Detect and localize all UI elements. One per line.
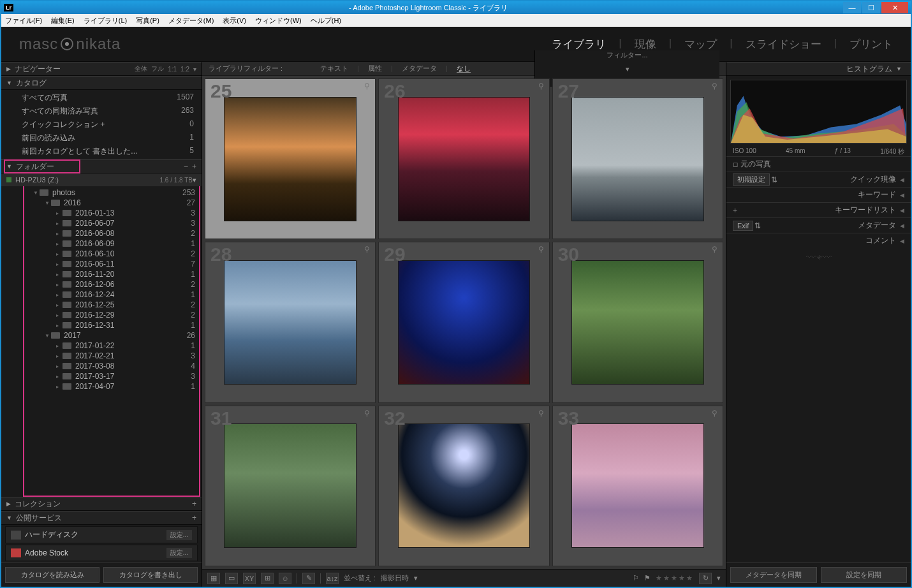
menu-item[interactable]: メタデータ(M) [168,16,214,26]
nav-fit[interactable]: 全体 [135,64,147,73]
close-button[interactable]: ✕ [881,2,908,13]
comment-header[interactable]: コメント ◀ [726,233,911,248]
thumbnail-cell[interactable]: 26⚲ [378,78,549,239]
thumbnail-cell[interactable]: 27⚲ [552,78,723,239]
folder-row[interactable]: ▸2016-12-241 [1,290,202,300]
histogram-header[interactable]: ヒストグラム ▼ [726,62,911,76]
folder-row[interactable]: ▸2016-12-292 [1,310,202,320]
folder-row[interactable]: ▸2016-11-201 [1,269,202,279]
survey-view-button[interactable]: ⊞ [261,573,274,584]
people-view-button[interactable]: ☺ [279,573,291,584]
chevron-down-icon[interactable]: ▾ [414,574,418,582]
rotate-button[interactable]: ↻ [699,573,712,584]
folder-row[interactable]: ▼201627 [1,198,202,208]
plus-button[interactable]: + [192,499,196,508]
catalog-item[interactable]: すべての同期済み写真263 [1,105,202,118]
folder-row[interactable]: ▸2016-12-062 [1,279,202,290]
filter-tab[interactable]: 属性 [368,64,382,72]
original-photo-row[interactable]: ◻ 元の写真 [726,156,911,172]
minus-button[interactable]: − [184,162,188,171]
menu-item[interactable]: 写真(P) [136,16,159,26]
grid-view-button[interactable]: ▦ [207,573,220,584]
navigator-header[interactable]: ▶ ナビゲーター 全体 フル 1:1 1:2 ▾ [1,62,202,76]
folder-row[interactable]: ▸2016-12-311 [1,320,202,330]
thumbnail-cell[interactable]: 31⚲ [205,406,376,566]
module-スライドショー[interactable]: スライドショー [746,37,821,52]
menu-item[interactable]: 編集(E) [51,16,75,26]
keyword-list-header[interactable]: + キーワードリスト ◀ [726,202,911,217]
folder-row[interactable]: ▸2016-06-073 [1,218,202,228]
thumbnail-cell[interactable]: 30⚲ [552,242,723,402]
folder-row[interactable]: ▸2016-06-102 [1,249,202,259]
pin-icon[interactable]: ⚲ [364,82,370,91]
menu-item[interactable]: ファイル(F) [5,16,42,26]
folder-row[interactable]: ▸2016-12-252 [1,300,202,310]
collections-header[interactable]: ▶ コレクション + [1,497,202,511]
nav-1-2[interactable]: 1:2 [180,66,189,73]
folder-row[interactable]: ▼201726 [1,330,202,341]
thumbnail-cell[interactable]: 25⚲ [205,78,376,239]
filter-tab[interactable]: メタデータ [402,64,437,72]
pin-icon[interactable]: ⚲ [364,409,370,418]
folder-row[interactable]: ▸2016-01-133 [1,208,202,218]
catalog-header[interactable]: ▼ カタログ [1,76,202,90]
thumbnail-cell[interactable]: 29⚲ [378,242,549,402]
chevron-down-icon[interactable]: ▾ [193,66,196,73]
publish-service-item[interactable]: Adobe Stock設定... [5,545,198,561]
pin-icon[interactable]: ⚲ [364,245,370,254]
compare-view-button[interactable]: XY [243,573,256,584]
rating-stars[interactable]: ★★★★★ [656,574,694,582]
plus-button[interactable]: + [192,162,196,171]
catalog-item[interactable]: すべての写真1507 [1,91,202,105]
catalog-item[interactable]: クイックコレクション +0 [1,118,202,131]
drive-bar[interactable]: HD-PZU3 (Z:) 1.6 / 1.8 TB ▾ [1,173,202,186]
reject-flag-icon[interactable]: ⚑ [644,574,651,582]
chevron-down-icon[interactable]: ▾ [193,176,196,184]
preset-dropdown[interactable]: 初期設定 [733,173,770,186]
sync-metadata-button[interactable]: メタデータを同期 [730,567,817,583]
thumbnail-cell[interactable]: 28⚲ [205,242,376,402]
filter-tab[interactable]: なし [457,64,471,73]
folder-row[interactable]: ▸2017-02-213 [1,351,202,361]
maximize-button[interactable]: ☐ [862,2,880,13]
folders-header[interactable]: ▼ フォルダー − + [1,159,202,173]
nav-fill[interactable]: フル [151,64,164,73]
thumbnail-cell[interactable]: 32⚲ [378,406,549,566]
module-ライブラリ[interactable]: ライブラリ [552,37,606,52]
pin-icon[interactable]: ⚲ [712,82,717,91]
folder-row[interactable]: ▸2016-06-091 [1,239,202,249]
folder-row[interactable]: ▸2017-04-071 [1,381,202,392]
folder-row[interactable]: ▸2017-03-173 [1,371,202,381]
keyword-header[interactable]: キーワード ◀ [726,187,911,202]
metadata-header[interactable]: Exif ⇅ メタデータ ◀ [726,217,911,233]
chevron-updown-icon[interactable]: ⇅ [754,221,761,230]
folder-row[interactable]: ▸2016-06-117 [1,259,202,269]
sync-settings-button[interactable]: 設定を同期 [821,567,908,583]
chevron-down-icon[interactable]: ▾ [626,65,629,73]
filter-tab[interactable]: テキスト [320,64,348,72]
thumbnail-cell[interactable]: 33⚲ [552,406,723,566]
flag-icon[interactable]: ⚐ [633,574,639,582]
publish-header[interactable]: ▼ 公開サービス + [1,511,202,525]
module-マップ[interactable]: マップ [684,37,717,52]
sort-value-dropdown[interactable]: 撮影日時 [381,573,409,583]
minimize-button[interactable]: — [843,2,861,13]
folder-row[interactable]: ▸2017-03-084 [1,361,202,371]
nav-1-1[interactable]: 1:1 [168,66,177,73]
quick-develop-header[interactable]: 初期設定 ⇅ クイック現像 ◀ [726,172,911,187]
filter-preset-dropdown[interactable]: フィルター... [607,50,647,60]
menu-item[interactable]: 表示(V) [223,16,246,26]
pin-icon[interactable]: ⚲ [712,409,717,418]
pin-icon[interactable]: ⚲ [538,82,544,91]
folder-row[interactable]: ▼photos253 [1,187,202,198]
pin-icon[interactable]: ⚲ [538,245,544,254]
pin-icon[interactable]: ⚲ [712,245,717,254]
folder-row[interactable]: ▸2016-06-082 [1,228,202,239]
chevron-down-icon[interactable]: ▾ [717,574,721,582]
catalog-item[interactable]: 前回カタログとして 書き出した...5 [1,145,202,158]
import-button[interactable]: カタログを読み込み [5,567,99,583]
module-現像[interactable]: 現像 [635,37,656,52]
sort-direction-button[interactable]: a↕z [326,573,339,584]
publish-service-item[interactable]: ハードディスク設定... [5,526,198,543]
painter-icon[interactable]: ✎ [302,573,315,584]
